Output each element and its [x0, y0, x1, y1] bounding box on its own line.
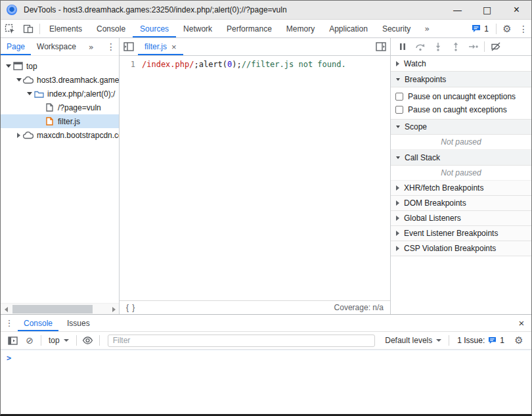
section-global-listeners[interactable]: Global Listeners: [391, 211, 531, 226]
settings-gear-icon[interactable]: ⚙: [499, 23, 516, 35]
scroll-right-arrow[interactable]: [108, 304, 119, 314]
editor-pane: filter.js × 1 /index.php/;alert(0);//fil…: [120, 38, 391, 314]
console-prompt[interactable]: >: [1, 350, 531, 365]
tree-item-label: filter.js: [58, 117, 80, 126]
pretty-print-icon[interactable]: { }: [126, 303, 135, 312]
console-output-area[interactable]: [1, 365, 531, 414]
section-scope[interactable]: Scope: [391, 119, 531, 135]
pause-uncaught-row[interactable]: Pause on uncaught exceptions: [391, 90, 531, 103]
section-event-listener-breakpoints[interactable]: Event Listener Breakpoints: [391, 226, 531, 241]
context-label: top: [49, 336, 60, 345]
section-xhr-breakpoints[interactable]: XHR/fetch Breakpoints: [391, 181, 531, 196]
line-number: 1: [120, 60, 142, 70]
live-expression-eye-icon[interactable]: [80, 336, 96, 344]
tree-item-host[interactable]: host3.dreamhack.games: [1, 73, 119, 87]
tree-item-page-vuln[interactable]: /?page=vuln: [1, 101, 119, 114]
scope-status: Not paused: [391, 135, 531, 150]
drawer-tab-issues[interactable]: Issues: [61, 315, 96, 331]
toolbar-separator: [99, 335, 100, 346]
console-sidebar-toggle-icon[interactable]: [5, 336, 20, 345]
navigator-more-tabs-icon[interactable]: »: [82, 42, 100, 52]
execution-context-selector[interactable]: top: [45, 336, 73, 345]
tree-item-maxcdn[interactable]: maxcdn.bootstrapcdn.co: [1, 128, 119, 142]
tab-application[interactable]: Application: [322, 20, 375, 37]
scroll-left-arrow[interactable]: [1, 304, 11, 314]
default-levels-dropdown[interactable]: Default levels: [381, 336, 445, 345]
coverage-status: Coverage: n/a: [334, 303, 384, 312]
title-bar: DevTools - host3.dreamhack.games:23250/i…: [1, 1, 531, 20]
chevron-down-icon: [436, 339, 441, 342]
tab-elements[interactable]: Elements: [42, 20, 89, 37]
clear-console-icon[interactable]: ⊘: [22, 335, 37, 346]
tab-sources[interactable]: Sources: [133, 20, 176, 37]
navigator-tab-workspace[interactable]: Workspace: [31, 38, 82, 55]
prompt-chevron-icon: >: [7, 354, 11, 363]
tree-item-filter-js[interactable]: filter.js: [1, 114, 119, 128]
pause-icon[interactable]: [393, 38, 411, 55]
step-into-icon[interactable]: [429, 38, 447, 55]
navigator-tab-page[interactable]: Page: [1, 38, 31, 55]
toolbar-separator: [41, 335, 41, 346]
toggle-debugger-icon[interactable]: [372, 38, 390, 55]
minimize-button[interactable]: —: [443, 1, 472, 19]
step-icon[interactable]: [464, 38, 482, 55]
drawer-tab-console[interactable]: Console: [18, 315, 58, 331]
scrollbar-thumb[interactable]: [12, 305, 93, 313]
issues-count: 1: [484, 24, 489, 34]
tab-performance[interactable]: Performance: [219, 20, 279, 37]
filter-input[interactable]: [108, 335, 376, 347]
collapsed-triangle-icon: [396, 246, 399, 251]
checkbox[interactable]: [395, 93, 403, 101]
issues-chat-icon: [472, 24, 481, 33]
chevron-down-icon: [64, 339, 69, 342]
section-call-stack[interactable]: Call Stack: [391, 150, 531, 166]
code-editor[interactable]: 1 /index.php/;alert(0);//filter.js not f…: [120, 56, 390, 300]
section-watch[interactable]: Watch: [391, 56, 531, 72]
pause-caught-row[interactable]: Pause on caught exceptions: [391, 103, 531, 116]
debugger-sidebar: Watch Breakpoints Pause on uncaught exce…: [391, 38, 531, 314]
section-label: Event Listener Breakpoints: [404, 229, 498, 238]
deactivate-breakpoints-icon[interactable]: [487, 38, 504, 55]
more-tabs-icon[interactable]: »: [418, 24, 436, 34]
navigator-kebab-icon[interactable]: ⋮: [103, 41, 119, 52]
console-settings-gear-icon[interactable]: ⚙: [510, 335, 527, 346]
editor-tab-label: filter.js: [144, 42, 167, 51]
section-label: DOM Breakpoints: [404, 198, 466, 208]
maximize-button[interactable]: □: [472, 1, 502, 19]
section-csp-breakpoints[interactable]: CSP Violation Breakpoints: [391, 241, 531, 256]
cloud-icon: [23, 76, 33, 85]
editor-tab-filter-js[interactable]: filter.js ×: [138, 38, 183, 55]
tree-item-folder[interactable]: index.php/;alert(0);/: [1, 87, 119, 101]
tab-memory[interactable]: Memory: [279, 20, 322, 37]
controls-separator: [484, 41, 485, 52]
expanded-triangle-icon[interactable]: [6, 64, 11, 68]
tab-close-icon[interactable]: ×: [171, 42, 177, 52]
window-controls: — □ ×: [443, 1, 531, 19]
horizontal-scrollbar[interactable]: [1, 303, 119, 314]
section-dom-breakpoints[interactable]: DOM Breakpoints: [391, 196, 531, 211]
checkbox[interactable]: [395, 106, 403, 114]
collapsed-triangle-icon[interactable]: [17, 133, 20, 138]
collapsed-triangle-icon: [396, 185, 399, 191]
issues-counter[interactable]: 1: [466, 24, 494, 34]
drawer-close-icon[interactable]: ×: [512, 317, 531, 329]
tab-console[interactable]: Console: [89, 20, 133, 37]
inspect-element-icon[interactable]: [1, 20, 19, 37]
step-over-icon[interactable]: [411, 38, 429, 55]
device-toolbar-icon[interactable]: [19, 20, 37, 37]
tree-item-top[interactable]: top: [1, 59, 119, 73]
section-label: Global Listeners: [404, 214, 461, 223]
issue-counter[interactable]: 1 Issue: 1: [453, 336, 509, 345]
step-out-icon[interactable]: [447, 38, 464, 55]
toolbar-separator: [39, 24, 40, 34]
drawer-kebab-icon[interactable]: ⋮: [1, 318, 18, 328]
close-button[interactable]: ×: [502, 1, 531, 19]
toggle-navigator-icon[interactable]: [120, 38, 138, 55]
kebab-menu-icon[interactable]: ⋮: [516, 24, 531, 34]
section-label: Watch: [404, 59, 426, 68]
expanded-triangle-icon[interactable]: [16, 78, 22, 81]
tab-security[interactable]: Security: [375, 20, 418, 37]
section-breakpoints[interactable]: Breakpoints: [391, 72, 531, 87]
expanded-triangle-icon[interactable]: [27, 92, 32, 95]
tab-network[interactable]: Network: [176, 20, 219, 37]
